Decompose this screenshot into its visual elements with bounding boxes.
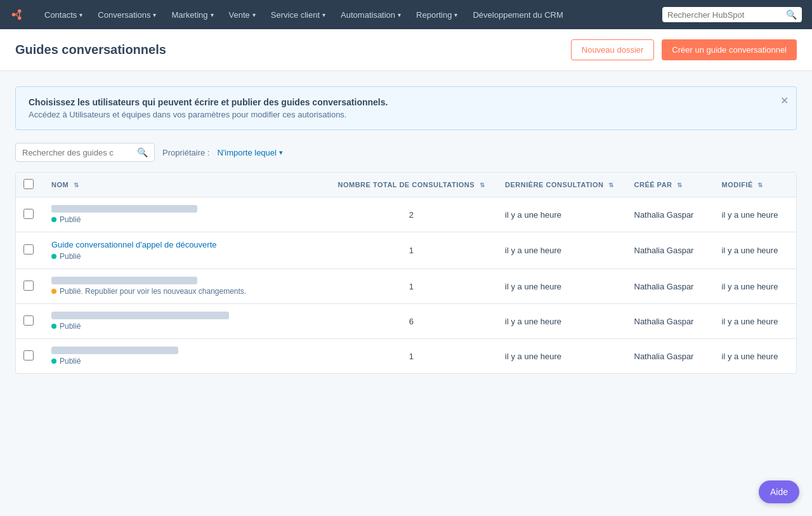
- row-derniere-consultation: il y a une heure: [495, 339, 624, 374]
- owner-dropdown[interactable]: N'importe lequel ▾: [217, 148, 283, 157]
- guides-table: NOM ⇅ NOMBRE TOTAL DE CONSULTATIONS ⇅ DE…: [16, 173, 796, 373]
- sort-icon: ⇅: [74, 182, 79, 189]
- row-modifie: il y a une heure: [712, 269, 797, 304]
- sort-icon: ⇅: [608, 182, 614, 189]
- top-navigation: Contacts ▾ Conversations ▾ Marketing ▾ V…: [0, 0, 812, 29]
- chevron-down-icon: ▾: [252, 11, 256, 18]
- sort-icon: ⇅: [480, 182, 485, 189]
- col-header-name[interactable]: NOM ⇅: [41, 173, 327, 197]
- info-banner: Choisissez les utilisateurs qui peuvent …: [15, 86, 797, 130]
- table-row: Publié6il y a une heureNathalia Gasparil…: [16, 304, 796, 339]
- nav-item-conversations[interactable]: Conversations ▾: [90, 0, 164, 29]
- nav-item-marketing[interactable]: Marketing ▾: [164, 0, 221, 29]
- search-icon: 🔍: [137, 147, 148, 157]
- col-header-consultations[interactable]: NOMBRE TOTAL DE CONSULTATIONS ⇅: [327, 173, 495, 197]
- row-cree-par: Nathalia Gaspar: [624, 232, 712, 269]
- chevron-down-icon: ▾: [454, 11, 457, 18]
- hubspot-logo[interactable]: [10, 8, 24, 22]
- create-guide-button[interactable]: Créer un guide conversationnel: [662, 39, 797, 60]
- svg-point-0: [18, 10, 21, 13]
- banner-text: Accédez à Utilisateurs et équipes dans v…: [29, 110, 783, 119]
- select-all-header: [16, 173, 41, 197]
- chevron-down-icon: ▾: [398, 11, 401, 18]
- status-line: Publié: [51, 252, 317, 261]
- row-consultations: 2: [327, 197, 495, 232]
- blurred-name-bar: [51, 347, 178, 354]
- row-derniere-consultation: il y a une heure: [495, 232, 624, 269]
- row-modifie: il y a une heure: [712, 197, 797, 232]
- row-consultations: 1: [327, 232, 495, 269]
- nav-item-automatisation[interactable]: Automatisation ▾: [333, 0, 409, 29]
- guide-name-link[interactable]: Guide conversationnel d'appel de découve…: [51, 240, 317, 249]
- row-name-cell: Publié: [41, 339, 327, 374]
- status-dot: [51, 254, 56, 259]
- row-cree-par: Nathalia Gaspar: [624, 304, 712, 339]
- header-actions: Nouveau dossier Créer un guide conversat…: [571, 39, 797, 60]
- status-dot: [51, 289, 56, 294]
- row-checkbox[interactable]: [23, 350, 34, 361]
- row-consultations: 1: [327, 269, 495, 304]
- row-checkbox[interactable]: [23, 209, 34, 219]
- svg-line-5: [15, 15, 18, 17]
- new-folder-button[interactable]: Nouveau dossier: [571, 39, 655, 60]
- status-line: Publié: [51, 357, 317, 366]
- row-checkbox-cell: [16, 197, 41, 232]
- global-search: 🔍: [662, 7, 802, 22]
- nav-item-reporting[interactable]: Reporting ▾: [409, 0, 465, 29]
- chevron-down-icon: ▾: [153, 11, 156, 18]
- status-dot: [51, 324, 56, 329]
- status-text: Publié: [60, 357, 81, 366]
- sort-icon: ⇅: [677, 182, 683, 189]
- svg-point-2: [12, 13, 16, 17]
- search-input[interactable]: [667, 10, 782, 20]
- row-cree-par: Nathalia Gaspar: [624, 269, 712, 304]
- filter-row: 🔍 Propriétaire : N'importe lequel ▾: [15, 143, 797, 162]
- blurred-name-bar: [51, 277, 197, 284]
- row-name-cell: Publié. Republier pour voir les nouveaux…: [41, 269, 327, 304]
- close-banner-button[interactable]: ✕: [780, 95, 789, 107]
- status-line: Publié. Republier pour voir les nouveaux…: [51, 287, 317, 296]
- row-modifie: il y a une heure: [712, 232, 797, 269]
- row-consultations: 6: [327, 304, 495, 339]
- status-line: Publié: [51, 322, 317, 331]
- banner-title: Choisissez les utilisateurs qui peuvent …: [29, 97, 783, 107]
- row-checkbox[interactable]: [23, 244, 34, 255]
- row-name-cell: Publié: [41, 197, 327, 232]
- table-row: Publié1il y a une heureNathalia Gasparil…: [16, 339, 796, 374]
- row-name-cell: Guide conversationnel d'appel de découve…: [41, 232, 327, 269]
- row-checkbox-cell: [16, 232, 41, 269]
- nav-item-service-client[interactable]: Service client ▾: [263, 0, 333, 29]
- col-header-cree[interactable]: CRÉÉ PAR ⇅: [624, 173, 712, 197]
- row-checkbox[interactable]: [23, 315, 34, 326]
- status-dot: [51, 217, 56, 222]
- table-row: Publié2il y a une heureNathalia Gasparil…: [16, 197, 796, 232]
- nav-item-vente[interactable]: Vente ▾: [221, 0, 263, 29]
- row-modifie: il y a une heure: [712, 304, 797, 339]
- col-header-modifie[interactable]: MODIFIÉ ⇅: [712, 173, 797, 197]
- status-text: Publié. Republier pour voir les nouveaux…: [60, 287, 246, 296]
- owner-label: Propriétaire :: [162, 148, 209, 157]
- guides-table-container: NOM ⇅ NOMBRE TOTAL DE CONSULTATIONS ⇅ DE…: [15, 172, 797, 374]
- chevron-down-icon: ▾: [279, 149, 283, 157]
- status-dot: [51, 359, 56, 364]
- select-all-checkbox[interactable]: [23, 179, 34, 189]
- status-text: Publié: [60, 215, 81, 224]
- page-title: Guides conversationnels: [15, 43, 166, 57]
- guide-search-input[interactable]: [22, 148, 133, 157]
- row-cree-par: Nathalia Gaspar: [624, 339, 712, 374]
- row-derniere-consultation: il y a une heure: [495, 197, 624, 232]
- row-checkbox-cell: [16, 304, 41, 339]
- chevron-down-icon: ▾: [211, 11, 214, 18]
- nav-item-contacts[interactable]: Contacts ▾: [37, 0, 90, 29]
- row-modifie: il y a une heure: [712, 339, 797, 374]
- nav-item-crm[interactable]: Développement du CRM: [465, 0, 570, 29]
- row-checkbox-cell: [16, 269, 41, 304]
- nav-items: Contacts ▾ Conversations ▾ Marketing ▾ V…: [37, 0, 662, 29]
- row-cree-par: Nathalia Gaspar: [624, 197, 712, 232]
- status-line: Publié: [51, 215, 317, 224]
- col-header-derniere[interactable]: DERNIÈRE CONSULTATION ⇅: [495, 173, 624, 197]
- page-header: Guides conversationnels Nouveau dossier …: [0, 29, 812, 71]
- row-name-cell: Publié: [41, 304, 327, 339]
- row-checkbox[interactable]: [23, 281, 34, 291]
- blurred-name-bar: [51, 312, 229, 319]
